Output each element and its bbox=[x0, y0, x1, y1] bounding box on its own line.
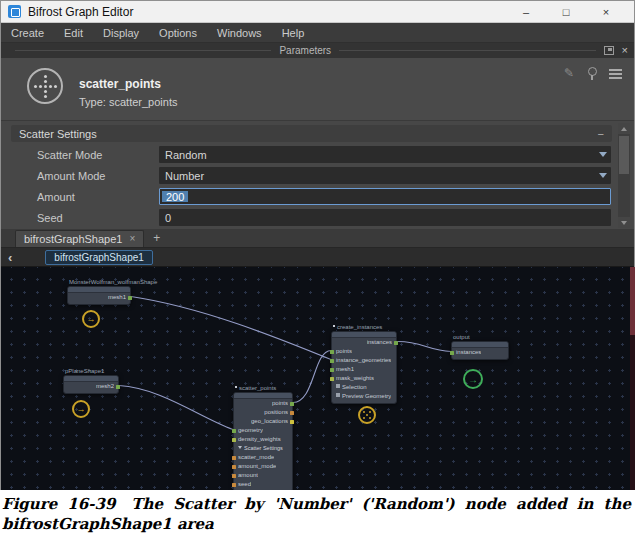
scatter-mode-label: Scatter Mode bbox=[37, 149, 102, 161]
scroll-down-icon[interactable] bbox=[618, 217, 630, 228]
selection-toggle-icon[interactable] bbox=[336, 384, 340, 388]
port-square-icon[interactable] bbox=[232, 483, 236, 487]
seed-input[interactable]: 0 bbox=[159, 209, 611, 226]
tab-bifrostgraphshape1[interactable]: bifrostGraphShape1 × bbox=[15, 230, 144, 247]
amount-mode-dropdown[interactable]: Number bbox=[159, 167, 611, 184]
port-square-icon[interactable] bbox=[330, 377, 334, 381]
menu-create[interactable]: Create bbox=[1, 23, 54, 43]
node-state-dot bbox=[333, 325, 335, 327]
parameters-scrollbar[interactable] bbox=[618, 123, 630, 228]
breadcrumb-bar: ‹ bifrostGraphShape1 bbox=[1, 248, 634, 267]
menu-windows[interactable]: Windows bbox=[207, 23, 272, 43]
amount-value-selected: 200 bbox=[162, 191, 188, 202]
amount-mode-label: Amount Mode bbox=[37, 170, 105, 182]
graph-scrollbar[interactable] bbox=[630, 267, 635, 491]
scrollbar-thumb[interactable] bbox=[619, 136, 629, 174]
graph-node-wolfman[interactable]: MonsterWolfman_wolfmanShape mesh1 bbox=[67, 286, 131, 305]
graph-scrollbar-thumb[interactable] bbox=[630, 267, 635, 335]
port-mesh2-output[interactable]: mesh2 bbox=[64, 382, 118, 391]
menu-options[interactable]: Options bbox=[149, 23, 207, 43]
breadcrumb-current[interactable]: bifrostGraphShape1 bbox=[45, 250, 153, 265]
figure-caption: Figure 16-39The Scatter by 'Number' ('Ra… bbox=[0, 490, 635, 552]
scatter-mode-value: Random bbox=[165, 149, 207, 161]
group-scatter-settings[interactable]: Scatter Settings bbox=[234, 444, 292, 453]
points-preview-bullet[interactable] bbox=[358, 406, 376, 424]
port-points-input[interactable]: points bbox=[332, 347, 396, 356]
port-square-icon[interactable] bbox=[330, 359, 334, 363]
collapse-icon[interactable]: − bbox=[598, 128, 604, 140]
selection-row[interactable]: Selection bbox=[332, 383, 396, 392]
port-instance-geometries-input[interactable]: instance_geometries bbox=[332, 356, 396, 365]
port-geometry-input[interactable]: geometry bbox=[234, 426, 292, 435]
scatter-mode-dropdown[interactable]: Random bbox=[159, 146, 611, 163]
port-instances-output[interactable]: instances bbox=[332, 338, 396, 347]
collapse-triangle-icon[interactable] bbox=[238, 446, 242, 449]
maximize-button[interactable]: □ bbox=[546, 1, 586, 23]
section-scatter-settings[interactable]: Scatter Settings − bbox=[11, 125, 612, 142]
port-amount-input[interactable]: amount bbox=[234, 471, 292, 480]
node-state-dot bbox=[235, 386, 237, 388]
close-button[interactable]: × bbox=[586, 1, 626, 23]
port-square-icon[interactable] bbox=[450, 351, 454, 355]
port-square-icon[interactable] bbox=[290, 402, 294, 406]
graph-node-scatter-points[interactable]: scatter_points points positions geo_loca… bbox=[233, 392, 293, 491]
amount-mode-value: Number bbox=[165, 170, 204, 182]
port-square-icon[interactable] bbox=[232, 438, 236, 442]
port-square-icon[interactable] bbox=[290, 411, 294, 415]
chevron-down-icon[interactable] bbox=[595, 167, 611, 184]
rename-pencil-icon[interactable]: ✎ bbox=[564, 66, 574, 80]
back-chevron-icon[interactable]: ‹ bbox=[8, 251, 12, 264]
scroll-up-icon[interactable] bbox=[618, 123, 630, 134]
graph-node-create-instances[interactable]: create_instances instances points instan… bbox=[331, 331, 397, 404]
preview-geometry-icon[interactable] bbox=[336, 393, 340, 397]
port-square-icon[interactable] bbox=[232, 456, 236, 460]
port-square-icon[interactable] bbox=[290, 420, 294, 424]
port-points-output[interactable]: points bbox=[234, 399, 292, 408]
preview-geometry-row[interactable]: Preview Geometry bbox=[332, 392, 396, 401]
port-square-icon[interactable] bbox=[330, 368, 334, 372]
port-scatter-mode-input[interactable]: scatter_mode bbox=[234, 453, 292, 462]
port-square-icon[interactable] bbox=[232, 429, 236, 433]
chevron-down-icon[interactable] bbox=[595, 146, 611, 163]
add-tab-button[interactable]: + bbox=[153, 231, 160, 245]
graph-canvas[interactable]: MonsterWolfman_wolfmanShape mesh1 → pPla… bbox=[1, 267, 635, 491]
graph-node-pplane[interactable]: pPlaneShape1 mesh2 bbox=[63, 375, 119, 394]
amount-input[interactable]: 200 bbox=[159, 188, 611, 205]
node-name: scatter_points bbox=[79, 77, 161, 91]
port-seed-input[interactable]: seed bbox=[234, 480, 292, 489]
tab-close-icon[interactable]: × bbox=[129, 234, 135, 244]
node-title: output bbox=[453, 334, 470, 340]
menu-burger-icon[interactable] bbox=[609, 69, 622, 79]
port-square-icon[interactable] bbox=[232, 465, 236, 469]
port-amount-mode-input[interactable]: amount_mode bbox=[234, 462, 292, 471]
minimize-button[interactable]: – bbox=[506, 1, 546, 23]
port-mask-weights-input[interactable]: mask_weights bbox=[332, 374, 396, 383]
section-title: Scatter Settings bbox=[19, 128, 97, 140]
arrow-icon: → bbox=[77, 404, 86, 414]
port-mesh1-output[interactable]: mesh1 bbox=[68, 293, 130, 302]
menu-help[interactable]: Help bbox=[272, 23, 315, 43]
port-square-icon[interactable] bbox=[116, 385, 120, 389]
row-seed: Seed 0 bbox=[1, 207, 634, 228]
menu-edit[interactable]: Edit bbox=[54, 23, 93, 43]
port-positions-output[interactable]: positions bbox=[234, 408, 292, 417]
port-density-weights-input[interactable]: density_weights bbox=[234, 435, 292, 444]
close-panel-icon[interactable]: × bbox=[622, 45, 628, 56]
port-square-icon[interactable] bbox=[128, 296, 132, 300]
titlebar: Bifrost Graph Editor – □ × bbox=[1, 1, 634, 23]
port-square-icon[interactable] bbox=[330, 350, 334, 354]
port-square-icon[interactable] bbox=[394, 341, 398, 345]
menu-display[interactable]: Display bbox=[93, 23, 149, 43]
port-geo-locations-output[interactable]: geo_locations bbox=[234, 417, 292, 426]
pin-icon[interactable] bbox=[586, 67, 597, 80]
float-panel-icon[interactable] bbox=[604, 46, 614, 55]
graph-tabbar: bifrostGraphShape1 × + bbox=[1, 229, 634, 248]
graph-node-output[interactable]: output instances bbox=[451, 341, 509, 360]
input-bullet-pplane[interactable]: → bbox=[72, 400, 90, 418]
port-instances-input[interactable]: instances bbox=[452, 348, 508, 357]
parameters-panel-header[interactable]: Parameters × bbox=[1, 43, 634, 58]
output-bullet[interactable]: → bbox=[463, 369, 483, 389]
port-square-icon[interactable] bbox=[232, 474, 236, 478]
input-bullet-wolfman[interactable]: → bbox=[82, 310, 100, 328]
port-mesh1-input[interactable]: mesh1 bbox=[332, 365, 396, 374]
